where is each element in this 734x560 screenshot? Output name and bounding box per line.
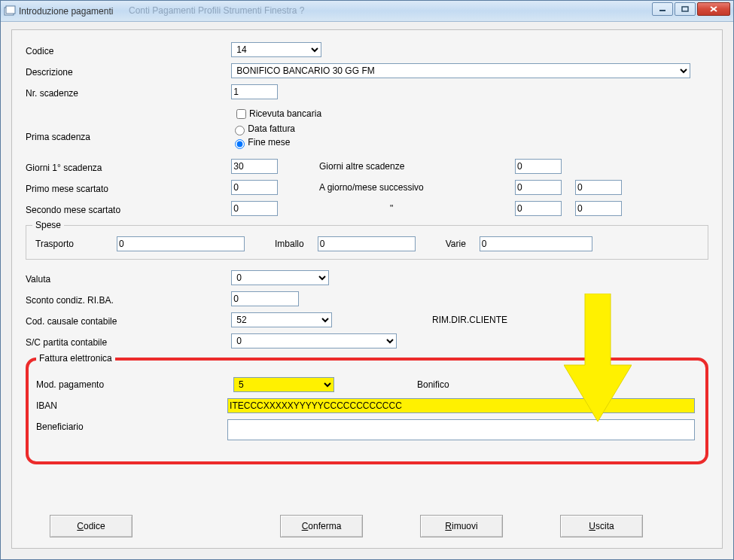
agiorno-b-input[interactable] [575, 180, 622, 195]
label-ditto: " [390, 203, 393, 214]
bonifico-text: Bonifico [417, 377, 449, 390]
spese-fieldset: Spese Trasporto Imballo Varie [26, 225, 708, 260]
label-agiorno: A giorno/mese successivo [319, 182, 424, 193]
descrizione-select[interactable]: BONIFICO BANCARIO 30 GG FM [231, 63, 690, 78]
label-descrizione: Descrizione [26, 65, 229, 78]
agiorno-a-input[interactable] [515, 180, 562, 195]
label-giorni1: Giorni 1° scadenza [26, 160, 229, 173]
label-secmese: Secondo mese scartato [26, 202, 229, 215]
valuta-select[interactable]: 0 [231, 270, 329, 285]
label-fattel: Fattura elettronica [36, 353, 115, 364]
label-trasporto: Trasporto [35, 239, 103, 249]
conferma-button[interactable]: Conferma [280, 515, 363, 537]
blurred-menu-background: Conti Pagamenti Profili Strumenti Finest… [129, 5, 304, 16]
label-datafattura: Data fattura [248, 123, 295, 134]
label-spese: Spese [32, 220, 64, 230]
sc-select[interactable]: 0 [231, 333, 397, 348]
highlight-arrow-icon [564, 294, 632, 422]
app-icon [4, 5, 16, 17]
label-iban: IBAN [36, 398, 227, 411]
imballo-input[interactable] [318, 236, 416, 251]
ditto-a-input[interactable] [515, 201, 562, 216]
primomese-input[interactable] [231, 180, 278, 195]
uscita-button[interactable]: Uscita [560, 515, 643, 537]
label-primascadenza: Prima scadenza [26, 123, 229, 142]
giornialt-input[interactable] [515, 159, 562, 174]
codice-button[interactable]: Codice [50, 515, 132, 537]
ricevuta-bancaria-checkbox[interactable] [236, 109, 246, 119]
label-primomese: Primo mese scartato [26, 181, 229, 194]
label-codcaus: Cod. causale contabile [26, 314, 229, 327]
beneficiario-input[interactable] [227, 419, 695, 440]
maximize-button[interactable] [675, 2, 696, 16]
rimuovi-button[interactable]: Rimuovi [420, 515, 503, 537]
codice-select[interactable]: 14 [231, 42, 321, 57]
data-fattura-radio[interactable] [235, 126, 245, 135]
label-varie: Varie [446, 239, 466, 249]
label-codice: Codice [26, 44, 229, 56]
modpag-select[interactable]: 5 [233, 377, 334, 392]
label-benef: Beneficiario [36, 419, 227, 432]
codcaus-select[interactable]: 52 [231, 312, 332, 327]
trasporto-input[interactable] [117, 236, 245, 251]
label-imballo: Imballo [275, 239, 304, 249]
fine-mese-radio[interactable] [235, 139, 245, 149]
giorni1-input[interactable] [231, 159, 278, 174]
secmese-input[interactable] [231, 201, 278, 216]
label-sconto: Sconto condiz. RI.BA. [26, 293, 229, 306]
minimize-button[interactable] [652, 2, 673, 16]
ditto-b-input[interactable] [575, 201, 622, 216]
sconto-input[interactable] [231, 291, 299, 306]
close-button[interactable] [697, 2, 730, 16]
label-ricbancaria: Ricevuta bancaria [249, 108, 321, 119]
rimdir-text: RIM.DIR.CLIENTE [432, 315, 507, 325]
app-window: Introduzione pagamenti Conti Pagamenti P… [0, 0, 734, 560]
form-panel: Codice 14 Descrizione BONIFICO BANCARIO … [11, 29, 723, 549]
svg-rect-1 [6, 6, 15, 14]
label-giornialt: Giorni altre scadenze [319, 161, 404, 172]
window-title: Introduzione pagamenti [19, 6, 113, 17]
nrscadenze-input[interactable] [231, 84, 278, 99]
titlebar: Introduzione pagamenti Conti Pagamenti P… [1, 1, 733, 22]
svg-rect-3 [682, 7, 688, 11]
label-nrscadenze: Nr. scadenze [26, 86, 229, 99]
label-modpag: Mod. pagamento [36, 377, 233, 390]
label-finemese: Fine mese [248, 137, 290, 148]
label-sc: S/C partita contabile [26, 335, 229, 348]
varie-input[interactable] [480, 236, 592, 251]
label-valuta: Valuta [26, 272, 229, 285]
